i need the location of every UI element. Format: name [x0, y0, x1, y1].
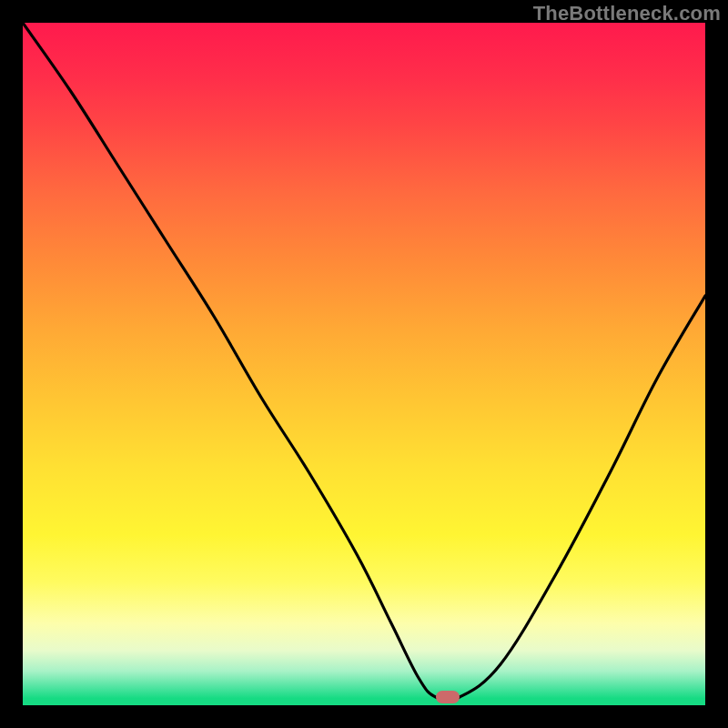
bottleneck-curve [23, 23, 705, 705]
bottleneck-chart: TheBottleneck.com [0, 0, 728, 728]
plot-area [23, 23, 705, 705]
optimal-point-marker [436, 691, 460, 703]
watermark-text: TheBottleneck.com [533, 2, 721, 25]
